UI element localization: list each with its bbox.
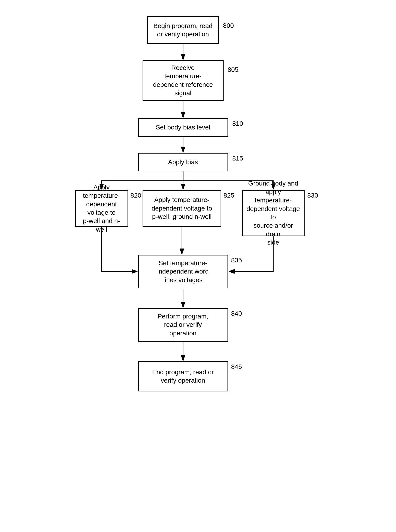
box-810: Set body bias level <box>138 118 228 137</box>
ref-845: 845 <box>231 363 242 371</box>
flowchart: Begin program, read or verify operation … <box>71 9 326 519</box>
ref-835: 835 <box>231 257 242 264</box>
ref-820: 820 <box>131 192 141 199</box>
ref-805: 805 <box>228 66 239 73</box>
ref-815: 815 <box>232 155 243 162</box>
ref-830: 830 <box>307 192 318 199</box>
box-810-label: Set body bias level <box>156 123 210 131</box>
box-825: Apply temperature-dependent voltage top-… <box>143 190 221 227</box>
box-840-label: Perform program,read or verifyoperation <box>158 312 208 337</box>
box-805-label: Receivetemperature-dependent referencesi… <box>153 64 213 98</box>
box-820: Apply temperature-dependent voltage top-… <box>75 190 128 227</box>
box-845-label: End program, read orverify operation <box>152 368 214 385</box>
box-805: Receivetemperature-dependent referencesi… <box>143 60 224 101</box>
box-830-label: Ground body andapply temperature-depende… <box>246 179 300 247</box>
ref-810: 810 <box>232 120 243 127</box>
box-845: End program, read orverify operation <box>138 361 228 391</box>
ref-840: 840 <box>231 310 242 317</box>
box-835: Set temperature-independent wordlines vo… <box>138 255 228 288</box>
box-800: Begin program, read or verify operation <box>147 16 219 44</box>
ref-800: 800 <box>223 22 234 30</box>
ref-825: 825 <box>224 192 234 199</box>
box-820-label: Apply temperature-dependent voltage top-… <box>79 183 124 234</box>
box-815: Apply bias <box>138 153 228 171</box>
box-830: Ground body andapply temperature-depende… <box>242 190 305 236</box>
box-815-label: Apply bias <box>168 158 198 166</box>
box-825-label: Apply temperature-dependent voltage top-… <box>151 196 212 221</box>
box-800-label: Begin program, read or verify operation <box>151 22 215 39</box>
box-840: Perform program,read or verifyoperation <box>138 308 228 342</box>
box-835-label: Set temperature-independent wordlines vo… <box>157 259 209 284</box>
